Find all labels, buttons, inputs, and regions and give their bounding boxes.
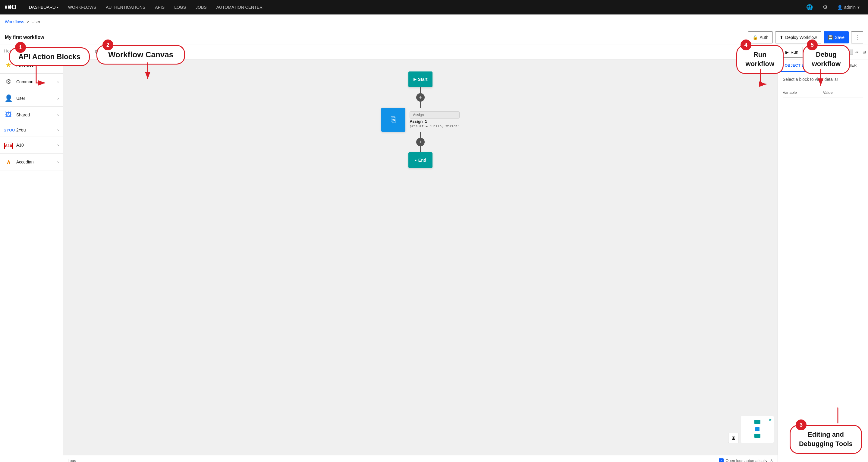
add-node-button-2[interactable]: + xyxy=(416,138,425,146)
sidebar-item-accedian[interactable]: ∧ Accedian › xyxy=(0,154,63,170)
save-button[interactable]: 💾 Save xyxy=(824,31,849,44)
table-col-variable: Variable xyxy=(783,90,823,95)
svg-rect-0 xyxy=(5,5,7,5)
chevron-accedian: › xyxy=(57,160,59,164)
nav-apis[interactable]: APIS xyxy=(150,0,169,15)
logs-label: Logs xyxy=(67,458,76,462)
page-title: My first workflow xyxy=(5,35,44,40)
nav-dashboard[interactable]: DASHBOARD ▾ xyxy=(24,0,63,15)
cut-button[interactable]: ✂ xyxy=(103,47,113,57)
breadcrumb-current: User xyxy=(32,19,41,24)
add-node-button-1[interactable]: + xyxy=(416,93,425,102)
deploy-button[interactable]: ⬆ Deploy Workflow xyxy=(775,31,821,44)
minimap-start xyxy=(754,420,761,424)
topnav: DASHBOARD ▾ WORKFLOWS AUTHENTICATIONS AP… xyxy=(0,0,868,15)
settings-button[interactable]: ⚙ xyxy=(818,0,832,15)
workflow-start-node[interactable]: ▶ Start xyxy=(408,71,433,87)
right-panel: ▶ Run 🐞 Debug ⏸ ↺ ⬜ ⇥ ⊞ Tools OBJECT EDI… xyxy=(778,45,868,462)
connector-2: + xyxy=(416,132,425,152)
workflow-diagram: ▶ Start + ⎘ xyxy=(63,59,778,168)
collapse-panel-button[interactable]: ◀ xyxy=(55,48,59,54)
more-options-button[interactable]: ⋮ xyxy=(851,31,863,44)
svg-rect-15 xyxy=(12,8,16,9)
sidebar-item-2you[interactable]: 2YOU 2You › xyxy=(0,123,63,137)
sidebar-item-shared[interactable]: 🖼 Shared › xyxy=(0,107,63,123)
sidebar-label-user: User xyxy=(16,96,54,101)
left-panel-header-icons: 🔍 ◀ xyxy=(47,48,59,54)
sidebar-label-shared: Shared xyxy=(16,113,54,117)
minimap-assign xyxy=(755,427,760,431)
tab-object-editor[interactable]: OBJECT EDITOR xyxy=(778,59,823,72)
run-play-icon: ▶ xyxy=(785,50,789,55)
main-layout: Home 🔍 ◀ ★ Favorites › ⚙ Common › 👤 User… xyxy=(0,45,868,462)
pause-button[interactable]: ⏸ xyxy=(836,47,841,57)
connector-line xyxy=(420,87,421,93)
logs-bar: Logs ✓ Open logs automatically ∧ xyxy=(63,455,778,462)
svg-rect-9 xyxy=(10,5,11,7)
nav-jobs[interactable]: JOBS xyxy=(191,0,212,15)
gear-icon: ⚙ xyxy=(4,78,13,86)
left-panel: Home 🔍 ◀ ★ Favorites › ⚙ Common › 👤 User… xyxy=(0,45,63,462)
svg-rect-3 xyxy=(5,8,7,9)
paste-button[interactable]: 📋 xyxy=(114,47,124,57)
minimap-inner: ▶ xyxy=(741,416,774,443)
table-col-value: Value xyxy=(823,90,864,95)
nav-workflows[interactable]: WORKFLOWS xyxy=(63,0,101,15)
workflow-assign-node[interactable]: ⎘ xyxy=(381,108,405,132)
chevron-common: › xyxy=(57,79,59,84)
assign-node-row: ⎘ Assign Assign_1 $result = "Hello, Worl… xyxy=(381,108,460,132)
redo-button[interactable]: ↪ xyxy=(78,47,88,57)
open-logs-toggle[interactable]: ✓ Open logs automatically xyxy=(719,458,767,462)
stop-button[interactable]: ⬜ xyxy=(847,47,853,57)
page-header-block: Workflows > User My first workflow 🔒 Aut… xyxy=(0,15,868,45)
breadcrumb-root[interactable]: Workflows xyxy=(5,19,24,24)
admin-label: admin xyxy=(844,5,856,10)
start-play-icon: ▶ xyxy=(413,77,416,81)
chevron-a10: › xyxy=(57,143,59,147)
center-panel: ↩ ↪ ⧉ ✂ 📋 ⊞ ≡ </> ▶ Start xyxy=(63,45,778,462)
star-icon: ★ xyxy=(4,61,13,69)
search-icon-button[interactable]: 🔍 xyxy=(47,48,53,54)
list-view-button[interactable]: ≡ xyxy=(138,47,149,57)
fit-view-button[interactable]: ⊞ xyxy=(728,433,738,443)
topnav-right: 🌐 ⚙ 👤 admin ▾ xyxy=(802,0,863,15)
nav-automation-center[interactable]: AUTOMATION CENTER xyxy=(212,0,268,15)
assign-name: Assign_1 xyxy=(410,119,460,124)
globe-button[interactable]: 🌐 xyxy=(802,0,817,15)
canvas-toolbar: ↩ ↪ ⧉ ✂ 📋 ⊞ ≡ </> xyxy=(63,45,778,59)
nav-authentications[interactable]: AUTHENTICATIONS xyxy=(101,0,150,15)
logs-collapse-button[interactable]: ∧ xyxy=(770,458,773,462)
copy-button[interactable]: ⧉ xyxy=(92,47,102,57)
assign-node-icon: ⎘ xyxy=(391,115,396,124)
admin-button[interactable]: 👤 admin ▾ xyxy=(834,0,863,15)
debug-icon: 🐞 xyxy=(808,50,813,54)
sidebar-item-user[interactable]: 👤 User › xyxy=(0,90,63,107)
connector-line-4 xyxy=(420,146,421,152)
accedian-icon: ∧ xyxy=(4,158,13,166)
right-content: Select a block to view details! Variable… xyxy=(778,72,868,462)
layout-button[interactable]: ⊞ xyxy=(128,47,138,57)
auth-button[interactable]: 🔒 Auth xyxy=(748,31,773,44)
breadcrumb-row: Workflows > User xyxy=(0,15,868,29)
svg-rect-14 xyxy=(12,7,15,7)
step-button[interactable]: ⇥ xyxy=(855,47,858,57)
chevron-user: › xyxy=(57,96,59,101)
sidebar-item-common[interactable]: ⚙ Common › xyxy=(0,74,63,90)
debug-button[interactable]: 🐞 Debug xyxy=(804,47,833,58)
reset-button[interactable]: ↺ xyxy=(842,47,846,57)
run-button[interactable]: ▶ Run xyxy=(781,47,803,58)
workflow-end-node[interactable]: ■ End xyxy=(408,152,433,168)
canvas-area[interactable]: ▶ Start + ⎘ xyxy=(63,59,778,455)
code-view-button[interactable]: </> xyxy=(150,47,160,57)
svg-rect-2 xyxy=(5,7,7,8)
undo-button[interactable]: ↩ xyxy=(67,47,77,57)
breadcrumb-separator: > xyxy=(27,19,29,24)
sidebar-item-a10[interactable]: A10 A10 › xyxy=(0,137,63,154)
right-toolbar: ▶ Run 🐞 Debug ⏸ ↺ ⬜ ⇥ ⊞ Tools xyxy=(778,45,868,59)
minimap[interactable]: ▶ xyxy=(741,416,774,443)
left-panel-title: Home xyxy=(4,49,16,53)
sidebar-item-favorites[interactable]: ★ Favorites › xyxy=(0,57,63,74)
nav-logs[interactable]: LOGS xyxy=(169,0,191,15)
tab-debugger[interactable]: DEBUGGER xyxy=(823,59,868,72)
tools-button[interactable]: ⊞ Tools xyxy=(860,47,868,58)
